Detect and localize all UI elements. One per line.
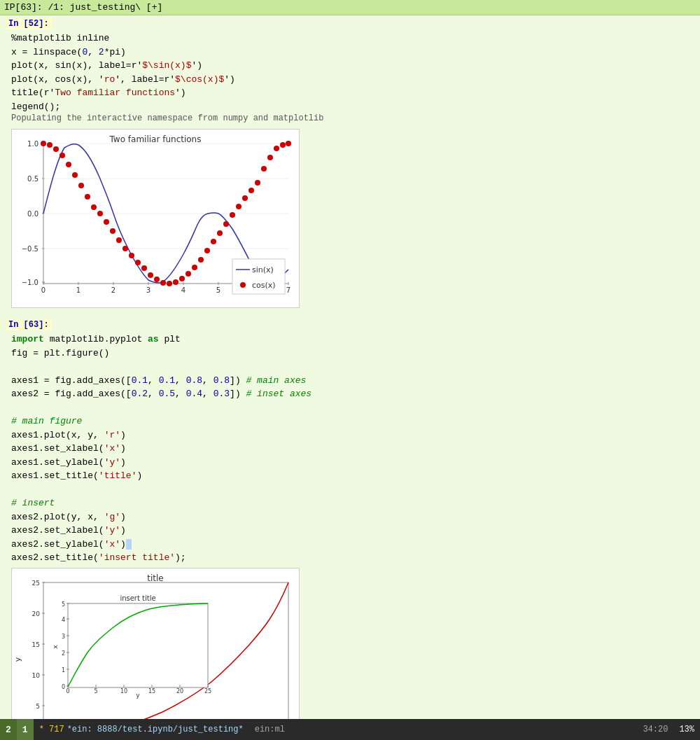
status-modified-marker: * 717 <box>39 725 64 734</box>
status-cell-num-2: 2 <box>0 719 17 740</box>
svg-rect-108 <box>68 603 208 687</box>
svg-point-45 <box>110 228 115 234</box>
svg-text:1: 1 <box>62 667 65 673</box>
svg-text:20: 20 <box>176 688 183 694</box>
svg-point-51 <box>148 272 153 278</box>
status-bar: 2 1 * 717 *ein: 8888/test.ipynb/just_tes… <box>0 719 700 740</box>
svg-point-60 <box>204 248 210 253</box>
title-text: IP[63]: /1: just_testing\ [+] <box>4 2 162 13</box>
cell-63: In [63]: import matplotlib.pyplot as plt… <box>0 316 700 719</box>
svg-text:0: 0 <box>66 688 69 694</box>
svg-text:7: 7 <box>286 286 290 294</box>
svg-point-71 <box>274 146 279 151</box>
svg-text:cos(x): cos(x) <box>252 281 276 290</box>
svg-text:2: 2 <box>62 650 65 657</box>
cell-63-code[interactable]: import matplotlib.pyplot as plt fig = pl… <box>6 333 700 565</box>
svg-point-50 <box>141 265 147 271</box>
svg-point-36 <box>53 146 59 152</box>
svg-text:0: 0 <box>41 286 46 294</box>
svg-point-34 <box>41 141 46 146</box>
svg-text:y: y <box>136 692 140 699</box>
svg-text:−1.0: −1.0 <box>22 279 38 286</box>
svg-text:4: 4 <box>62 617 65 623</box>
svg-text:0.5: 0.5 <box>27 175 38 183</box>
svg-point-41 <box>85 194 90 200</box>
svg-point-42 <box>91 204 97 210</box>
status-position: 34:20 <box>643 725 668 734</box>
svg-text:20: 20 <box>32 610 41 617</box>
svg-text:1: 1 <box>76 286 80 294</box>
svg-text:15: 15 <box>32 641 40 648</box>
svg-point-59 <box>198 257 204 263</box>
svg-text:5: 5 <box>36 703 40 710</box>
svg-point-63 <box>223 221 229 227</box>
svg-point-40 <box>78 183 84 188</box>
svg-point-37 <box>59 153 65 158</box>
svg-text:25: 25 <box>204 688 211 694</box>
svg-point-39 <box>72 172 78 178</box>
svg-point-54 <box>167 281 172 286</box>
plot-2: title x y 25 20 15 10 5 <box>11 568 300 720</box>
svg-text:0: 0 <box>62 684 65 690</box>
svg-point-77 <box>240 282 246 288</box>
status-mode: ein:ml <box>255 725 285 734</box>
plot-1: Two familiar functions 0 1 2 3 4 <box>11 129 300 308</box>
svg-point-72 <box>280 142 286 148</box>
svg-text:0.0: 0.0 <box>27 210 38 218</box>
svg-text:sin(x): sin(x) <box>252 265 274 274</box>
status-percent: 13% <box>679 725 694 734</box>
svg-point-52 <box>154 277 160 282</box>
svg-text:title: title <box>147 573 163 583</box>
svg-text:Two familiar functions: Two familiar functions <box>109 134 202 144</box>
status-filename: *ein: 8888/test.ipynb/just_testing* <box>67 725 244 734</box>
status-right: 34:20 13% <box>643 725 694 734</box>
cell-52-label[interactable]: In [52]: <box>6 18 52 29</box>
svg-point-48 <box>129 253 134 258</box>
svg-text:x: x <box>52 644 59 648</box>
svg-point-73 <box>286 141 291 146</box>
svg-point-38 <box>66 162 71 167</box>
svg-text:−0.5: −0.5 <box>22 245 38 253</box>
svg-text:10: 10 <box>32 672 41 679</box>
cell-52: In [52]: %matplotlib inline x = linspace… <box>0 15 700 316</box>
inset-chart: title x y 25 20 15 10 5 <box>12 568 299 720</box>
svg-point-62 <box>217 230 223 236</box>
svg-point-61 <box>211 239 216 244</box>
svg-point-49 <box>135 260 141 265</box>
status-cell-num-1: 1 <box>17 719 34 740</box>
svg-point-65 <box>236 204 241 209</box>
svg-point-69 <box>261 166 267 172</box>
svg-point-44 <box>104 219 109 225</box>
svg-point-43 <box>97 211 103 216</box>
svg-text:5: 5 <box>94 688 97 694</box>
svg-text:5: 5 <box>62 601 65 608</box>
svg-text:3: 3 <box>62 634 65 640</box>
svg-text:insert title: insert title <box>120 594 155 602</box>
svg-point-46 <box>116 237 122 243</box>
notebook[interactable]: In [52]: %matplotlib inline x = linspace… <box>0 15 700 719</box>
svg-point-67 <box>248 188 254 193</box>
svg-point-47 <box>122 246 128 251</box>
svg-point-57 <box>186 271 191 277</box>
svg-text:15: 15 <box>148 688 155 694</box>
svg-text:10: 10 <box>120 688 127 694</box>
svg-point-58 <box>192 265 197 270</box>
svg-text:3: 3 <box>146 286 150 294</box>
svg-point-64 <box>230 212 235 218</box>
cell-52-code[interactable]: %matplotlib inline x = linspace(0, 2*pi)… <box>6 32 700 113</box>
sincos-chart: Two familiar functions 0 1 2 3 4 <box>12 130 299 305</box>
svg-text:25: 25 <box>32 580 40 587</box>
svg-point-35 <box>47 142 52 148</box>
svg-text:5: 5 <box>216 286 220 294</box>
svg-text:4: 4 <box>181 286 186 294</box>
svg-point-68 <box>255 180 260 186</box>
cell-63-label[interactable]: In [63]: <box>6 319 52 330</box>
svg-text:y: y <box>13 657 22 662</box>
svg-point-55 <box>173 279 178 285</box>
svg-point-53 <box>160 280 166 286</box>
svg-text:2: 2 <box>111 286 115 294</box>
cell-52-output: Populating the interactive namespace fro… <box>6 113 700 126</box>
title-bar: IP[63]: /1: just_testing\ [+] <box>0 0 700 15</box>
svg-text:1.0: 1.0 <box>27 140 38 148</box>
svg-point-70 <box>267 155 273 160</box>
